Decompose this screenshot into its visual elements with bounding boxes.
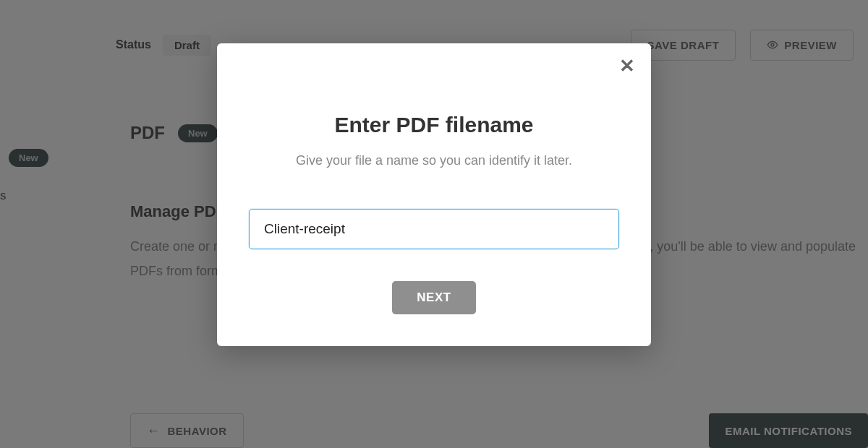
modal-subtitle: Give your file a name so you can identif… [249,153,619,168]
modal-overlay[interactable]: ✕ Enter PDF filename Give your file a na… [0,0,868,448]
next-button[interactable]: NEXT [392,281,475,314]
filename-input[interactable] [249,209,619,249]
modal-title: Enter PDF filename [249,113,619,137]
close-icon[interactable]: ✕ [619,56,635,75]
filename-modal: ✕ Enter PDF filename Give your file a na… [217,43,651,346]
